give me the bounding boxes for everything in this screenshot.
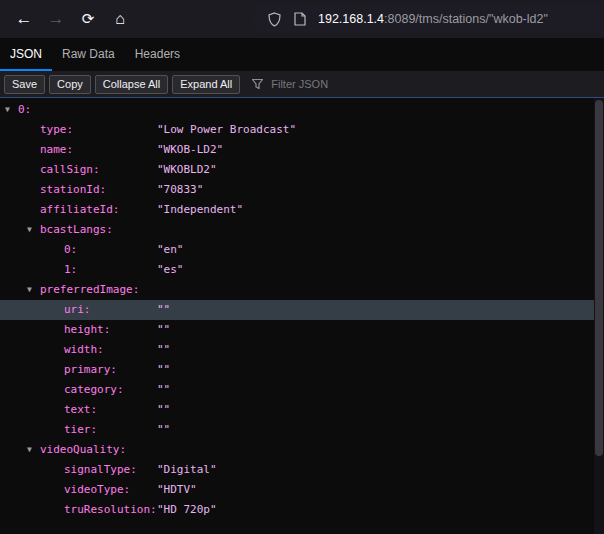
url-bar[interactable]: 192.168.1.4:8089/tms/stations/"wkob-ld2" — [254, 4, 604, 34]
json-tree-row[interactable]: tier:"" — [0, 420, 604, 440]
url-path: :8089/tms/stations/"wkob-ld2" — [384, 12, 548, 26]
json-tree-row[interactable]: width:"" — [0, 340, 604, 360]
json-tree-row[interactable]: height:"" — [0, 320, 604, 340]
json-key: videoQuality: — [40, 440, 126, 460]
url-text: 192.168.1.4:8089/tms/stations/"wkob-ld2" — [318, 12, 548, 26]
json-tree-row[interactable]: affiliateId:"Independent" — [0, 200, 604, 220]
json-value: "70833" — [157, 180, 203, 200]
json-key: callSign: — [40, 160, 100, 180]
json-key: category: — [64, 380, 124, 400]
tab-json[interactable]: JSON — [0, 38, 52, 71]
json-tree-row[interactable]: stationId:"70833" — [0, 180, 604, 200]
json-key: name: — [40, 140, 73, 160]
json-tree-row[interactable]: ▼videoQuality: — [0, 440, 604, 460]
forward-icon[interactable]: → — [40, 4, 72, 34]
home-icon[interactable]: ⌂ — [104, 4, 136, 34]
reload-icon[interactable]: ⟳ — [72, 4, 104, 34]
json-value: "en" — [157, 240, 184, 260]
json-key: height: — [64, 320, 110, 340]
json-tree-row[interactable]: 1:"es" — [0, 260, 604, 280]
json-value: "" — [157, 400, 170, 420]
shield-icon[interactable] — [266, 11, 282, 27]
json-value: "" — [157, 380, 170, 400]
json-key: uri: — [64, 300, 91, 320]
json-value: "WKOBLD2" — [157, 160, 217, 180]
json-tree-row[interactable]: ▼preferredImage: — [0, 280, 604, 300]
json-tree-row[interactable]: uri:"" — [0, 300, 604, 320]
browser-toolbar: ← → ⟳ ⌂ 192.168.1.4:8089/tms/stations/"w… — [0, 0, 604, 38]
json-value: "" — [157, 420, 170, 440]
json-tree-row[interactable]: ▼0: — [0, 100, 604, 120]
json-tree-row[interactable]: primary:"" — [0, 360, 604, 380]
expand-collapse-icon[interactable]: ▼ — [27, 440, 32, 460]
json-tree-row[interactable]: text:"" — [0, 400, 604, 420]
json-viewer-tabs: JSON Raw Data Headers — [0, 38, 604, 71]
json-tree-row[interactable]: type:"Low Power Broadcast" — [0, 120, 604, 140]
json-key: truResolution: — [64, 500, 157, 520]
json-tree-row[interactable]: signalType:"Digital" — [0, 460, 604, 480]
json-key: width: — [64, 340, 104, 360]
json-viewer-toolbar: Save Copy Collapse All Expand All — [0, 71, 604, 98]
json-tree-row[interactable]: 0:"en" — [0, 240, 604, 260]
filter-json-input[interactable] — [269, 77, 573, 91]
json-tree: ▼0:type:"Low Power Broadcast"name:"WKOB-… — [0, 98, 604, 534]
json-key: primary: — [64, 360, 117, 380]
json-value: "Independent" — [157, 200, 243, 220]
json-value: "Low Power Broadcast" — [157, 120, 296, 140]
expand-collapse-icon[interactable]: ▼ — [5, 100, 10, 120]
json-value: "es" — [157, 260, 184, 280]
json-key: signalType: — [64, 460, 137, 480]
json-tree-row[interactable]: category:"" — [0, 380, 604, 400]
tab-headers[interactable]: Headers — [125, 38, 190, 71]
expand-collapse-icon[interactable]: ▼ — [27, 280, 32, 300]
json-key: 0: — [18, 100, 31, 120]
json-value: "WKOB-LD2" — [157, 140, 223, 160]
json-tree-row[interactable]: name:"WKOB-LD2" — [0, 140, 604, 160]
url-host: 192.168.1.4 — [318, 12, 384, 26]
json-value: "Digital" — [157, 460, 217, 480]
json-key: stationId: — [40, 180, 106, 200]
json-key: tier: — [64, 420, 97, 440]
json-key: 0: — [64, 240, 77, 260]
filter-funnel-icon — [252, 79, 263, 89]
scrollbar-thumb[interactable] — [595, 100, 603, 456]
tab-raw-data[interactable]: Raw Data — [52, 38, 125, 71]
json-tree-row[interactable]: callSign:"WKOBLD2" — [0, 160, 604, 180]
expand-all-button[interactable]: Expand All — [172, 75, 240, 94]
copy-button[interactable]: Copy — [49, 75, 91, 94]
json-value: "" — [157, 300, 170, 320]
expand-collapse-icon[interactable]: ▼ — [27, 220, 32, 240]
filter-json-box[interactable] — [252, 77, 604, 91]
json-key: type: — [40, 120, 73, 140]
json-tree-row[interactable]: ▼bcastLangs: — [0, 220, 604, 240]
json-key: preferredImage: — [40, 280, 139, 300]
json-value: "" — [157, 340, 170, 360]
json-value: "HDTV" — [157, 480, 197, 500]
save-button[interactable]: Save — [4, 75, 45, 94]
json-key: affiliateId: — [40, 200, 119, 220]
json-value: "HD 720p" — [157, 500, 217, 520]
collapse-all-button[interactable]: Collapse All — [95, 75, 168, 94]
json-key: text: — [64, 400, 97, 420]
json-key: videoType: — [64, 480, 130, 500]
json-value: "" — [157, 320, 170, 340]
back-icon[interactable]: ← — [8, 4, 40, 34]
document-icon — [292, 11, 308, 27]
json-key: bcastLangs: — [40, 220, 113, 240]
json-tree-row[interactable]: truResolution:"HD 720p" — [0, 500, 604, 520]
json-tree-row[interactable]: videoType:"HDTV" — [0, 480, 604, 500]
json-key: 1: — [64, 260, 77, 280]
json-value: "" — [157, 360, 170, 380]
scrollbar[interactable] — [594, 98, 604, 534]
